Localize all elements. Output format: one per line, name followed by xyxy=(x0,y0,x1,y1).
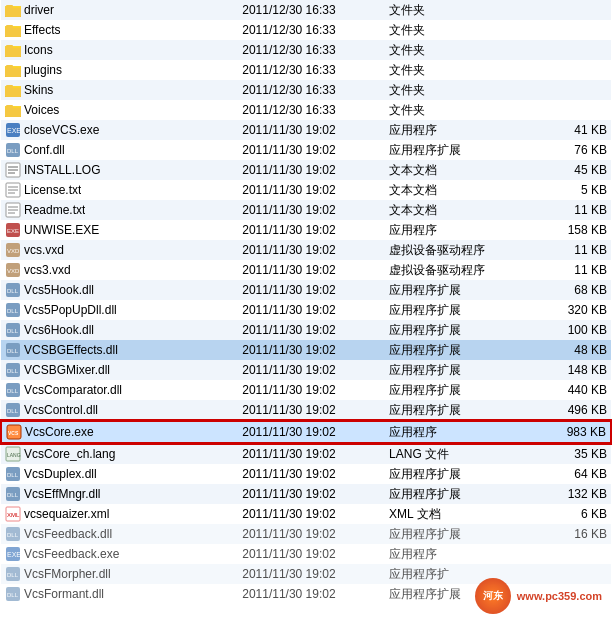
file-name-text: VcsCore.exe xyxy=(25,425,94,439)
table-row[interactable]: Skins2011/12/30 16:33文件夹 xyxy=(1,80,611,100)
table-row[interactable]: EXEVcsFeedback.exe2011/11/30 19:02应用程序 xyxy=(1,544,611,564)
table-row[interactable]: DLLConf.dll2011/11/30 19:02应用程序扩展76 KB xyxy=(1,140,611,160)
file-name-text: driver xyxy=(24,3,54,17)
file-name-cell: Effects xyxy=(1,20,238,40)
file-size: 100 KB xyxy=(532,320,611,340)
dll-icon: DLL xyxy=(5,402,21,418)
file-date: 2011/11/30 19:02 xyxy=(238,320,385,340)
table-row[interactable]: Effects2011/12/30 16:33文件夹 xyxy=(1,20,611,40)
svg-text:DLL: DLL xyxy=(7,388,19,394)
file-type: 文件夹 xyxy=(385,80,532,100)
svg-rect-19 xyxy=(6,85,13,88)
file-type: 应用程序扩展 xyxy=(385,400,532,421)
file-date: 2011/11/30 19:02 xyxy=(238,140,385,160)
svg-text:DLL: DLL xyxy=(7,532,19,538)
table-row[interactable]: License.txt2011/11/30 19:02文本文档5 KB xyxy=(1,180,611,200)
table-row[interactable]: Icons2011/12/30 16:33文件夹 xyxy=(1,40,611,60)
table-row[interactable]: plugins2011/12/30 16:33文件夹 xyxy=(1,60,611,80)
table-row[interactable]: DLLVcs5PopUpDll.dll2011/11/30 19:02应用程序扩… xyxy=(1,300,611,320)
svg-text:VXD: VXD xyxy=(7,248,20,254)
svg-rect-3 xyxy=(6,5,13,8)
log-icon xyxy=(5,162,21,178)
table-row[interactable]: VCSVcsCore.exe2011/11/30 19:02应用程序983 KB xyxy=(1,421,611,443)
table-row[interactable]: EXEUNWISE.EXE2011/11/30 19:02应用程序158 KB xyxy=(1,220,611,240)
file-name-cell: Skins xyxy=(1,80,238,100)
file-size: 16 KB xyxy=(532,524,611,544)
file-size: 320 KB xyxy=(532,300,611,320)
svg-text:VCS: VCS xyxy=(8,430,19,436)
file-size: 68 KB xyxy=(532,280,611,300)
file-type: 文本文档 xyxy=(385,200,532,220)
file-type: 应用程序扩展 xyxy=(385,280,532,300)
file-name-cell: DLLVcsEffMngr.dll xyxy=(1,484,238,504)
svg-text:DLL: DLL xyxy=(7,148,19,154)
table-row[interactable]: INSTALL.LOG2011/11/30 19:02文本文档45 KB xyxy=(1,160,611,180)
table-row[interactable]: DLLVcsFeedback.dll2011/11/30 19:02应用程序扩展… xyxy=(1,524,611,544)
table-row[interactable]: DLLVcsEffMngr.dll2011/11/30 19:02应用程序扩展1… xyxy=(1,484,611,504)
folder-icon xyxy=(5,22,21,38)
file-name-cell: VCSVcsCore.exe xyxy=(2,422,238,442)
file-list: driver2011/12/30 16:33文件夹Effects2011/12/… xyxy=(0,0,612,624)
table-row[interactable]: DLLVcsComparator.dll2011/11/30 19:02应用程序… xyxy=(1,380,611,400)
dll-icon: DLL xyxy=(5,362,21,378)
file-name-cell: EXEUNWISE.EXE xyxy=(1,220,238,240)
file-name-text: VcsFeedback.exe xyxy=(24,547,119,561)
file-date: 2011/11/30 19:02 xyxy=(238,220,385,240)
table-row[interactable]: VXDvcs3.vxd2011/11/30 19:02虚拟设备驱动程序11 KB xyxy=(1,260,611,280)
file-name-text: Voices xyxy=(24,103,59,117)
svg-text:DLL: DLL xyxy=(7,308,19,314)
dll-icon: DLL xyxy=(5,342,21,358)
table-row[interactable]: Readme.txt2011/11/30 19:02文本文档11 KB xyxy=(1,200,611,220)
file-name-text: VcsFeedback.dll xyxy=(24,527,112,541)
file-size xyxy=(532,20,611,40)
file-name-text: Skins xyxy=(24,83,53,97)
file-date: 2011/11/30 19:02 xyxy=(238,421,385,443)
file-date: 2011/11/30 19:02 xyxy=(238,260,385,280)
file-type: 应用程序扩展 xyxy=(385,140,532,160)
svg-rect-11 xyxy=(6,45,13,48)
file-name-cell: EXEcloseVCS.exe xyxy=(1,120,238,140)
table-row[interactable]: DLLVcs6Hook.dll2011/11/30 19:02应用程序扩展100… xyxy=(1,320,611,340)
svg-rect-2 xyxy=(5,8,21,17)
table-row[interactable]: VXDvcs.vxd2011/11/30 19:02虚拟设备驱动程序11 KB xyxy=(1,240,611,260)
folder-icon xyxy=(5,42,21,58)
dll-icon: DLL xyxy=(5,586,21,602)
file-date: 2011/12/30 16:33 xyxy=(238,40,385,60)
svg-text:VXD: VXD xyxy=(7,268,20,274)
table-row[interactable]: DLLVCSBGMixer.dll2011/11/30 19:02应用程序扩展1… xyxy=(1,360,611,380)
file-name-text: VcsControl.dll xyxy=(24,403,98,417)
file-date: 2011/11/30 19:02 xyxy=(238,464,385,484)
watermark-logo-text: 河东 xyxy=(483,589,503,603)
table-row[interactable]: Voices2011/12/30 16:33文件夹 xyxy=(1,100,611,120)
txt-icon xyxy=(5,182,21,198)
file-date: 2011/11/30 19:02 xyxy=(238,300,385,320)
folder-icon xyxy=(5,62,21,78)
file-name-text: vcs3.vxd xyxy=(24,263,71,277)
file-date: 2011/12/30 16:33 xyxy=(238,60,385,80)
table-row[interactable]: LANGVcsCore_ch.lang2011/11/30 19:02LANG … xyxy=(1,443,611,464)
table-row[interactable]: XMLvcsequaizer.xml2011/11/30 19:02XML 文档… xyxy=(1,504,611,524)
file-type: 文本文档 xyxy=(385,160,532,180)
svg-text:EXE: EXE xyxy=(7,551,21,558)
table-row[interactable]: DLLVCSBGEffects.dll2011/11/30 19:02应用程序扩… xyxy=(1,340,611,360)
file-type: 文件夹 xyxy=(385,60,532,80)
file-type: 应用程序扩展 xyxy=(385,360,532,380)
file-name-cell: License.txt xyxy=(1,180,238,200)
table-row[interactable]: EXEcloseVCS.exe2011/11/30 19:02应用程序41 KB xyxy=(1,120,611,140)
file-date: 2011/11/30 19:02 xyxy=(238,180,385,200)
file-type: 应用程序 xyxy=(385,544,532,564)
file-name-cell: DLLVcsFormant.dll xyxy=(1,584,238,604)
dll-icon: DLL xyxy=(5,466,21,482)
file-name-cell: DLLVcs5PopUpDll.dll xyxy=(1,300,238,320)
svg-text:XML: XML xyxy=(7,512,20,518)
file-type: 文件夹 xyxy=(385,0,532,20)
file-name-text: Effects xyxy=(24,23,60,37)
table-row[interactable]: DLLVcsControl.dll2011/11/30 19:02应用程序扩展4… xyxy=(1,400,611,421)
table-row[interactable]: DLLVcs5Hook.dll2011/11/30 19:02应用程序扩展68 … xyxy=(1,280,611,300)
file-size xyxy=(532,100,611,120)
file-name-text: Vcs5Hook.dll xyxy=(24,283,94,297)
watermark-site: www.pc359.com xyxy=(517,590,602,602)
file-name-text: Readme.txt xyxy=(24,203,85,217)
table-row[interactable]: DLLVcsDuplex.dll2011/11/30 19:02应用程序扩展64… xyxy=(1,464,611,484)
table-row[interactable]: driver2011/12/30 16:33文件夹 xyxy=(1,0,611,20)
